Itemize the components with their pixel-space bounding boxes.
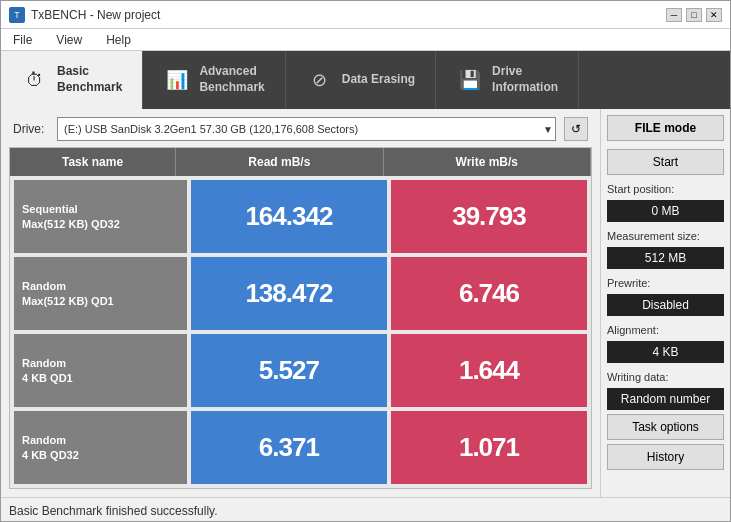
drive-select-arrow-icon: ▼ [543,124,553,135]
tab-advanced-benchmark-label: AdvancedBenchmark [199,64,264,95]
tab-drive-information-icon: 💾 [456,66,484,94]
write-value-row1: 39.793 [391,180,587,253]
table-row: Random4 KB QD1 5.527 1.644 [14,334,587,407]
drive-row: Drive: (E:) USB SanDisk 3.2Gen1 57.30 GB… [9,117,592,141]
tab-basic-benchmark[interactable]: ⏱ BasicBenchmark [1,51,143,109]
task-label-row4: Random4 KB QD32 [14,411,187,484]
tab-advanced-benchmark-icon: 📊 [163,66,191,94]
writing-data-value: Random number [607,388,724,410]
drive-select-display[interactable]: (E:) USB SanDisk 3.2Gen1 57.30 GB (120,1… [57,117,556,141]
write-value-row2: 6.746 [391,257,587,330]
table-rows: SequentialMax(512 KB) QD32 164.342 39.79… [10,176,591,488]
menu-file[interactable]: File [9,31,36,49]
start-position-label: Start position: [607,183,724,195]
table-row: Random4 KB QD32 6.371 1.071 [14,411,587,484]
tab-advanced-benchmark[interactable]: 📊 AdvancedBenchmark [143,51,285,109]
left-panel: Drive: (E:) USB SanDisk 3.2Gen1 57.30 GB… [1,109,600,497]
write-value-row3: 1.644 [391,334,587,407]
alignment-label: Alignment: [607,324,724,336]
menu-help[interactable]: Help [102,31,135,49]
table-header: Task name Read mB/s Write mB/s [10,148,591,176]
tab-data-erasing-label: Data Erasing [342,72,415,88]
measurement-size-label: Measurement size: [607,230,724,242]
header-read: Read mB/s [176,148,383,176]
main-content: Drive: (E:) USB SanDisk 3.2Gen1 57.30 GB… [1,109,730,497]
task-options-button[interactable]: Task options [607,414,724,440]
start-position-value: 0 MB [607,200,724,222]
drive-label: Drive: [13,122,49,136]
menu-bar: File View Help [1,29,730,51]
app-icon: T [9,7,25,23]
measurement-size-value: 512 MB [607,247,724,269]
table-row: RandomMax(512 KB) QD1 138.472 6.746 [14,257,587,330]
tab-basic-benchmark-label: BasicBenchmark [57,64,122,95]
benchmark-table: Task name Read mB/s Write mB/s Sequentia… [9,147,592,489]
task-label-row3: Random4 KB QD1 [14,334,187,407]
writing-data-label: Writing data: [607,371,724,383]
prewrite-label: Prewrite: [607,277,724,289]
alignment-value: 4 KB [607,341,724,363]
tab-drive-information-label: DriveInformation [492,64,558,95]
task-label-row2: RandomMax(512 KB) QD1 [14,257,187,330]
drive-select-wrapper[interactable]: (E:) USB SanDisk 3.2Gen1 57.30 GB (120,1… [57,117,556,141]
drive-refresh-button[interactable]: ↺ [564,117,588,141]
file-mode-button[interactable]: FILE mode [607,115,724,141]
tab-drive-information[interactable]: 💾 DriveInformation [436,51,579,109]
read-value-row2: 138.472 [191,257,387,330]
menu-view[interactable]: View [52,31,86,49]
title-bar: T TxBENCH - New project ─ □ ✕ [1,1,730,29]
read-value-row1: 164.342 [191,180,387,253]
tab-data-erasing[interactable]: ⊘ Data Erasing [286,51,436,109]
title-bar-left: T TxBENCH - New project [9,7,160,23]
header-write: Write mB/s [384,148,591,176]
drive-select-value: (E:) USB SanDisk 3.2Gen1 57.30 GB (120,1… [64,123,358,135]
right-panel: FILE mode Start Start position: 0 MB Mea… [600,109,730,497]
nav-tabs: ⏱ BasicBenchmark 📊 AdvancedBenchmark ⊘ D… [1,51,730,109]
start-button[interactable]: Start [607,149,724,175]
read-value-row4: 6.371 [191,411,387,484]
tab-basic-benchmark-icon: ⏱ [21,66,49,94]
table-row: SequentialMax(512 KB) QD32 164.342 39.79… [14,180,587,253]
write-value-row4: 1.071 [391,411,587,484]
header-task-name: Task name [10,148,176,176]
history-button[interactable]: History [607,444,724,470]
title-bar-controls[interactable]: ─ □ ✕ [666,8,722,22]
status-bar: Basic Benchmark finished successfully. [1,497,730,522]
tab-data-erasing-icon: ⊘ [306,66,334,94]
maximize-button[interactable]: □ [686,8,702,22]
status-text: Basic Benchmark finished successfully. [9,504,218,518]
task-label-row1: SequentialMax(512 KB) QD32 [14,180,187,253]
close-button[interactable]: ✕ [706,8,722,22]
read-value-row3: 5.527 [191,334,387,407]
prewrite-value: Disabled [607,294,724,316]
window-title: TxBENCH - New project [31,8,160,22]
minimize-button[interactable]: ─ [666,8,682,22]
